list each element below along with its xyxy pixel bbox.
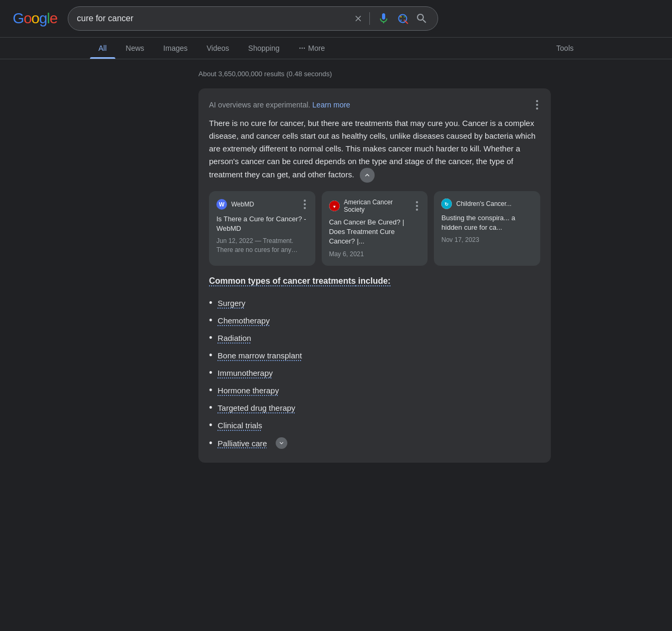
list-item: Surgery [209, 294, 540, 312]
acs-card-title: Can Cancer Be Cured? | Does Treatment Cu… [329, 218, 421, 247]
source-card-menu-acs[interactable] [414, 200, 420, 212]
treatment-clinical-trials[interactable]: Clinical trials [217, 421, 262, 430]
learn-more-link[interactable]: Learn more [312, 101, 350, 109]
search-bar-container [68, 6, 438, 31]
clear-search-button[interactable] [353, 14, 363, 23]
ai-overview-section: AI overviews are experimental. Learn mor… [198, 88, 551, 463]
svg-point-1 [299, 48, 301, 49]
svg-point-3 [304, 48, 305, 49]
tab-more[interactable]: More [290, 38, 333, 59]
acs-site-name: American Cancer Society [344, 199, 414, 213]
google-logo: Google [13, 10, 57, 27]
webmd-card-snippet: Jun 12, 2022 — Treatment. There are no c… [216, 237, 308, 255]
voice-search-button[interactable] [376, 11, 391, 26]
list-item: Clinical trials [209, 417, 540, 434]
treatment-hormone[interactable]: Hormone therapy [217, 386, 279, 395]
tab-images[interactable]: Images [155, 38, 196, 59]
svg-point-2 [302, 48, 303, 49]
source-card-cc[interactable]: ↻ Children's Cancer... Busting the consp… [434, 191, 540, 266]
header: Google [0, 0, 672, 38]
google-search-button[interactable] [414, 11, 429, 26]
search-divider [369, 12, 370, 25]
acs-card-date: May 6, 2021 [329, 250, 421, 259]
tab-shopping[interactable]: Shopping [240, 38, 288, 59]
lens-search-button[interactable] [395, 11, 410, 26]
cc-card-date: Nov 17, 2023 [441, 236, 533, 245]
tab-all[interactable]: All [90, 38, 115, 59]
results-count: About 3,650,000,000 results (0.48 second… [198, 70, 551, 78]
common-types-heading: Common types of cancer treatments includ… [209, 276, 540, 286]
ai-overview-body: There is no cure for cancer, but there a… [209, 117, 540, 183]
ai-overview-header: AI overviews are experimental. Learn mor… [209, 99, 540, 111]
tab-tools[interactable]: Tools [548, 38, 582, 59]
list-item: Targeted drug therapy [209, 399, 540, 417]
treatment-chemotherapy[interactable]: Chemotherapy [217, 316, 269, 325]
list-item: Hormone therapy [209, 382, 540, 399]
search-nav: All News Images Videos Shopping More Too… [0, 38, 672, 59]
list-item: Immunotherapy [209, 364, 540, 382]
search-bar [68, 6, 438, 31]
tab-news[interactable]: News [117, 38, 153, 59]
source-card-acs[interactable]: ♥ American Cancer Society Can Cancer Be … [322, 191, 428, 266]
cc-card-title: Busting the conspira... a hidden cure fo… [441, 213, 533, 232]
acs-site-icon: ♥ [329, 201, 340, 211]
palliative-care-expand-button[interactable] [276, 437, 287, 449]
svg-text:↻: ↻ [444, 202, 449, 207]
treatment-palliative-care[interactable]: Palliative care [217, 439, 267, 448]
treatment-bone-marrow[interactable]: Bone marrow transplant [217, 351, 302, 360]
cc-site-icon: ↻ [441, 199, 452, 209]
svg-text:♥: ♥ [333, 204, 335, 209]
webmd-site-icon: W [216, 199, 227, 210]
source-cards: W WebMD Is There a Cure for Cancer? - We… [209, 191, 540, 266]
list-item: Bone marrow transplant [209, 347, 540, 364]
ai-overview-title: AI overviews are experimental. Learn mor… [209, 101, 350, 109]
treatment-radiation[interactable]: Radiation [217, 333, 251, 342]
source-card-webmd[interactable]: W WebMD Is There a Cure for Cancer? - We… [209, 191, 315, 266]
webmd-card-title: Is There a Cure for Cancer? - WebMD [216, 214, 308, 233]
main-content: About 3,650,000,000 results (0.48 second… [108, 59, 564, 484]
treatment-surgery[interactable]: Surgery [217, 299, 246, 308]
treatment-immunotherapy[interactable]: Immunotherapy [217, 368, 273, 377]
collapse-overview-button[interactable] [360, 168, 375, 183]
tab-videos[interactable]: Videos [198, 38, 238, 59]
webmd-site-name: WebMD [231, 201, 254, 208]
search-input[interactable] [77, 14, 349, 23]
treatment-list: Surgery Chemotherapy Radiation Bone marr… [209, 294, 540, 452]
ai-overview-menu[interactable] [534, 99, 540, 111]
list-item: Palliative care [209, 434, 540, 452]
treatment-targeted-drug[interactable]: Targeted drug therapy [217, 403, 295, 412]
cc-site-name: Children's Cancer... [456, 200, 511, 208]
list-item: Radiation [209, 329, 540, 347]
list-item: Chemotherapy [209, 312, 540, 329]
source-card-menu-webmd[interactable] [302, 199, 308, 210]
